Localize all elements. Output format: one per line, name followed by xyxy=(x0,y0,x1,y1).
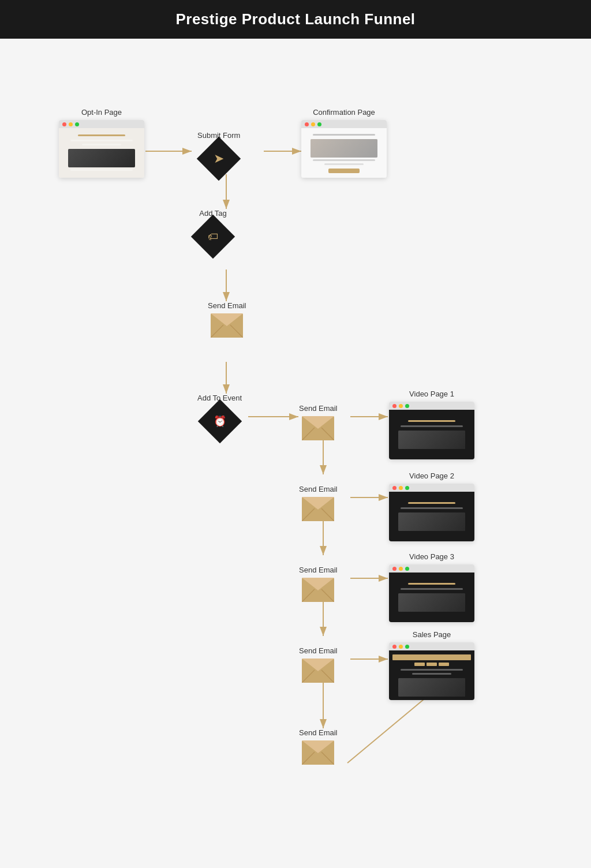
send-email-4-node: Send Email xyxy=(299,566,337,602)
send-email-1-icon[interactable] xyxy=(211,313,243,338)
opt-in-page-thumb[interactable] xyxy=(59,120,144,178)
send-email-6-icon[interactable] xyxy=(302,740,334,765)
page-title: Prestige Product Launch Funnel xyxy=(0,10,591,28)
add-to-event-node: Add To Event ⏰ xyxy=(197,394,242,437)
add-tag-icon[interactable]: 🏷 xyxy=(191,215,235,259)
send-email-2-node: Send Email xyxy=(299,404,337,440)
video-page-2-node: Video Page 2 xyxy=(389,472,474,541)
send-email-5-label: Send Email xyxy=(299,646,337,655)
send-email-1-label: Send Email xyxy=(208,301,246,310)
sales-page-node: Sales Page xyxy=(389,630,474,700)
send-email-4-icon[interactable] xyxy=(302,578,334,602)
svg-line-15 xyxy=(347,691,434,763)
add-tag-node: Add Tag 🏷 xyxy=(197,209,229,252)
confirmation-page-node: Confirmation Page xyxy=(301,108,387,178)
main-content: Opt-In Page Subm xyxy=(0,39,591,868)
add-to-event-icon[interactable]: ⏰ xyxy=(197,399,241,443)
video-page-3-thumb[interactable] xyxy=(389,564,474,622)
send-email-2-icon[interactable] xyxy=(302,416,334,440)
send-email-4-label: Send Email xyxy=(299,566,337,574)
send-email-2-label: Send Email xyxy=(299,404,337,413)
sales-page-thumb[interactable] xyxy=(389,642,474,700)
video-page-3-node: Video Page 3 xyxy=(389,552,474,622)
confirmation-page-thumb[interactable] xyxy=(301,120,387,178)
video-page-3-label: Video Page 3 xyxy=(409,552,454,561)
send-email-6-node: Send Email xyxy=(299,728,337,765)
video-page-1-label: Video Page 1 xyxy=(409,390,454,398)
sales-page-label: Sales Page xyxy=(413,630,451,639)
send-email-5-icon[interactable] xyxy=(302,659,334,683)
video-page-2-thumb[interactable] xyxy=(389,484,474,541)
send-email-5-node: Send Email xyxy=(299,646,337,683)
submit-form-node: Submit Form ➤ xyxy=(197,131,240,174)
confirmation-page-label: Confirmation Page xyxy=(313,108,375,117)
send-email-1-node: Send Email xyxy=(208,301,246,338)
opt-in-page-node: Opt-In Page xyxy=(59,108,144,178)
opt-in-page-label: Opt-In Page xyxy=(81,108,122,117)
send-email-3-icon[interactable] xyxy=(302,497,334,521)
submit-form-icon[interactable]: ➤ xyxy=(197,137,241,181)
send-email-3-node: Send Email xyxy=(299,485,337,521)
video-page-1-thumb[interactable] xyxy=(389,402,474,459)
video-page-2-label: Video Page 2 xyxy=(409,472,454,480)
send-email-6-label: Send Email xyxy=(299,728,337,737)
video-page-1-node: Video Page 1 xyxy=(389,390,474,459)
header: Prestige Product Launch Funnel xyxy=(0,0,591,39)
send-email-3-label: Send Email xyxy=(299,485,337,493)
